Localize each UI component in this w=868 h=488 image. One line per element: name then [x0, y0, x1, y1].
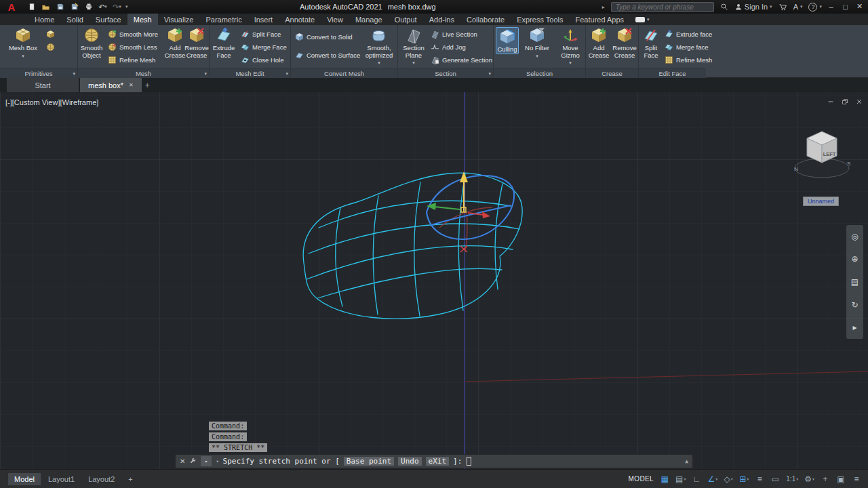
redo-dropdown-icon[interactable]: ▾ [119, 4, 121, 9]
annotation-scale-control[interactable]: 1:1▾ [786, 472, 798, 486]
section-plane-button[interactable]: Section Plane ▾ [401, 27, 427, 67]
object-snap-toggle[interactable]: ⊞▾ [739, 472, 749, 486]
tab-manage[interactable]: Manage [349, 14, 389, 25]
viewport-controls[interactable]: [-][Custom View][Wireframe] [5, 98, 98, 106]
dynamic-input-toggle[interactable]: ▭ [770, 472, 780, 486]
primitive-smooth-button[interactable] [46, 41, 55, 53]
file-tab-document[interactable]: mesh box* ✕ [80, 78, 142, 92]
file-tab-start[interactable]: Start [7, 78, 79, 92]
layout2-tab[interactable]: Layout2 [82, 473, 121, 485]
selection-panel-title[interactable]: Selection [494, 68, 585, 78]
smooth-object-button[interactable]: Smooth Object [79, 27, 104, 59]
command-line[interactable]: ✕ ▸ ▾ Specify stretch point or [ Base po… [175, 454, 693, 468]
section-panel-title[interactable]: Section ▾ [398, 68, 493, 78]
new-layout-button[interactable]: + [122, 473, 138, 485]
crease-remove-button[interactable]: Remove Crease [612, 27, 637, 59]
mesh-edit-panel-title[interactable]: Mesh Edit ▾ [210, 68, 290, 78]
autocad-logo-icon[interactable]: A [0, 0, 23, 14]
remove-crease-button[interactable]: Remove Crease [184, 27, 209, 59]
live-section-button[interactable]: Live Section [431, 28, 492, 40]
refine-mesh-button[interactable]: Refine Mesh [108, 54, 158, 66]
tab-annotate[interactable]: Annotate [279, 14, 321, 25]
ortho-toggle[interactable]: ∟ [692, 472, 701, 486]
tab-express-tools[interactable]: Express Tools [511, 14, 569, 25]
convert-to-surface-button[interactable]: Convert to Surface [295, 49, 360, 61]
mesh-box-button[interactable]: Mesh Box ▾ [8, 27, 38, 60]
app-store-icon[interactable] [778, 3, 787, 12]
move-gizmo-button[interactable]: Move Gizmo ▾ [557, 27, 584, 67]
doc-close-icon[interactable] [856, 98, 863, 105]
tab-home[interactable]: Home [28, 14, 60, 25]
zoom-extents-icon[interactable]: ▤ [851, 278, 859, 286]
customization-menu[interactable]: ≡ [852, 472, 861, 486]
tab-featured-apps[interactable]: Featured Apps [570, 14, 631, 25]
crease-add-button[interactable]: Add Crease [587, 27, 610, 59]
extrude-face-button[interactable]: Extrude Face [211, 27, 237, 59]
show-motion-icon[interactable]: ▸ [852, 323, 856, 331]
edit-extrude-face-button[interactable]: Extrude face [665, 28, 712, 40]
close-hole-button[interactable]: Close Hole [241, 54, 287, 66]
pan-icon[interactable]: ⊕ [851, 255, 858, 263]
qat-customize-dropdown-icon[interactable]: ▾ [125, 4, 128, 9]
navigation-wheel-icon[interactable]: ◎ [851, 232, 858, 241]
polar-tracking-toggle[interactable]: ∠▾ [707, 472, 717, 486]
undo-dropdown-icon[interactable]: ▾ [104, 4, 107, 9]
edit-refine-mesh-button[interactable]: Refine Mesh [665, 54, 712, 66]
smooth-less-button[interactable]: Smooth Less [108, 41, 158, 53]
tab-view[interactable]: View [321, 14, 349, 25]
split-face-button[interactable]: Split Face [241, 28, 287, 40]
close-button[interactable]: ✕ [852, 0, 867, 13]
convert-mesh-panel-title[interactable]: Convert Mesh [291, 68, 397, 78]
crease-panel-title[interactable]: Crease [586, 68, 638, 78]
command-prompt-icon[interactable]: ▸ [201, 456, 212, 466]
grid-toggle[interactable]: ▦ [660, 472, 669, 486]
sign-in-button[interactable]: Sign In ▾ [734, 3, 772, 11]
tab-solid[interactable]: Solid [60, 14, 89, 25]
isodraft-toggle[interactable]: ◇▾ [724, 472, 733, 486]
model-space-toggle[interactable]: MODEL [629, 475, 654, 483]
smooth-optimized-button[interactable]: Smooth, optimized ▾ [363, 27, 395, 67]
no-filter-button[interactable]: No Filter ▾ [521, 27, 553, 60]
command-customize-icon[interactable] [189, 458, 197, 465]
redo-button[interactable]: ↷▾ [111, 1, 123, 12]
open-file-button[interactable] [40, 1, 52, 12]
model-space[interactable] [0, 92, 868, 469]
tab-output[interactable]: Output [389, 14, 423, 25]
save-button[interactable] [54, 1, 66, 12]
command-option-exit[interactable]: eXit [426, 457, 450, 466]
undo-button[interactable]: ↶▾ [97, 1, 108, 12]
plot-button[interactable] [83, 1, 94, 12]
add-crease-button[interactable]: Add Crease [164, 27, 186, 59]
tab-collaborate[interactable]: Collaborate [460, 14, 511, 25]
minimize-button[interactable]: – [824, 0, 838, 13]
command-option-base-point[interactable]: Base point [344, 457, 394, 466]
viewcube-face-label[interactable]: LEFT [823, 151, 836, 157]
edit-split-face-button[interactable]: Split Face [640, 27, 662, 59]
search-icon[interactable] [720, 3, 728, 11]
tab-add-ins[interactable]: Add-ins [423, 14, 460, 25]
edit-face-panel-title[interactable]: Edit Face [639, 68, 706, 78]
new-file-button[interactable] [26, 1, 37, 12]
convert-to-solid-button[interactable]: Convert to Solid [295, 30, 360, 43]
snap-toggle[interactable]: ▤▾ [675, 472, 686, 486]
command-scroll-up-icon[interactable]: ▲ [685, 458, 688, 464]
tab-visualize[interactable]: Visualize [158, 14, 200, 25]
hardware-acceleration-toggle[interactable]: ▣ [836, 472, 846, 486]
search-box[interactable] [611, 2, 714, 12]
doc-restore-icon[interactable] [842, 98, 848, 105]
lineweight-toggle[interactable]: ≡ [755, 472, 764, 486]
command-close-icon[interactable]: ✕ [180, 458, 185, 465]
recent-commands-icon[interactable]: ▾ [216, 459, 218, 464]
autodesk-account-button[interactable]: A ▾ [793, 3, 803, 11]
primitive-tessellate-button[interactable] [46, 28, 55, 40]
drawing-area[interactable]: [-][Custom View][Wireframe] N S LEFT Unn… [0, 92, 868, 469]
viewcube[interactable]: N S LEFT [791, 129, 853, 183]
tab-insert[interactable]: Insert [248, 14, 279, 25]
tab-mesh[interactable]: Mesh [127, 14, 158, 25]
help-button[interactable]: ? ▾ [808, 3, 822, 12]
smooth-more-button[interactable]: Smooth More [108, 28, 158, 40]
primitives-panel-title[interactable]: Primitives ▾ [0, 68, 77, 78]
save-as-button[interactable] [68, 1, 80, 12]
search-input[interactable] [614, 3, 711, 12]
maximize-button[interactable]: □ [838, 0, 852, 13]
